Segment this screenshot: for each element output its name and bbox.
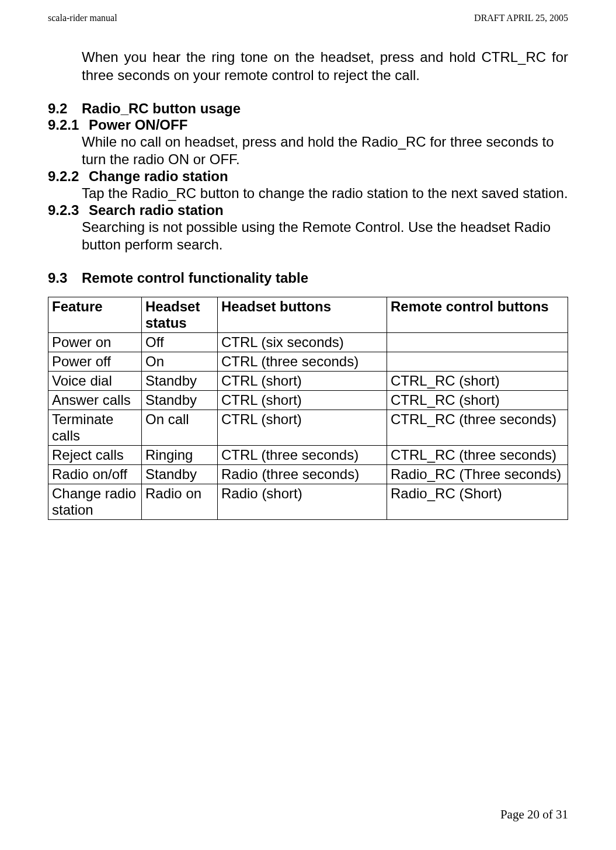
cell-hbtn: Radio (three seconds) — [218, 465, 387, 484]
cell-status: Standby — [142, 465, 218, 484]
section-9-2-2-heading: 9.2.2 Change radio station — [48, 168, 568, 185]
cell-rbtn: CTRL_RC (three seconds) — [387, 410, 568, 446]
section-9-2-3-body: Searching is not possible using the Remo… — [48, 218, 568, 254]
cell-rbtn: Radio_RC (Three seconds) — [387, 465, 568, 484]
section-9-2-1-body: While no call on headset, press and hold… — [48, 133, 568, 168]
section-title: Change radio station — [89, 168, 568, 185]
cell-rbtn — [387, 333, 568, 352]
table-row: Voice dial Standby CTRL (short) CTRL_RC … — [48, 372, 568, 391]
table-row: Terminate calls On call CTRL (short) CTR… — [48, 410, 568, 446]
page-footer: Page 20 of 31 — [500, 807, 568, 822]
table-row: Reject calls Ringing CTRL (three seconds… — [48, 446, 568, 465]
table-row: Change radio station Radio on Radio (sho… — [48, 484, 568, 520]
cell-feature: Answer calls — [48, 391, 142, 410]
table-row: Power off On CTRL (three seconds) — [48, 352, 568, 372]
cell-hbtn: CTRL (six seconds) — [218, 333, 387, 352]
cell-status: Ringing — [142, 446, 218, 465]
content-area: When you hear the ring tone on the heads… — [48, 48, 568, 520]
th-rbtn: Remote control buttons — [387, 297, 568, 333]
cell-rbtn: Radio_RC (Short) — [387, 484, 568, 520]
cell-feature: Power off — [48, 352, 142, 372]
section-9-3-heading: 9.3 Remote control functionality table — [48, 270, 568, 286]
cell-status: Standby — [142, 372, 218, 391]
cell-hbtn: CTRL (short) — [218, 391, 387, 410]
section-number: 9.2.1 — [48, 117, 89, 133]
cell-status: Standby — [142, 391, 218, 410]
cell-hbtn: CTRL (three seconds) — [218, 352, 387, 372]
cell-feature: Voice dial — [48, 372, 142, 391]
cell-hbtn: CTRL (short) — [218, 372, 387, 391]
cell-hbtn: Radio (short) — [218, 484, 387, 520]
table-header-row: Feature Headset status Headset buttons R… — [48, 297, 568, 333]
th-hbtn: Headset buttons — [218, 297, 387, 333]
table-row: Power on Off CTRL (six seconds) — [48, 333, 568, 352]
cell-feature: Terminate calls — [48, 410, 142, 446]
cell-hbtn: CTRL (short) — [218, 410, 387, 446]
table-row: Answer calls Standby CTRL (short) CTRL_R… — [48, 391, 568, 410]
section-title: Remote control functionality table — [82, 270, 568, 286]
page: scala-rider manual DRAFT APRIL 25, 2005 … — [0, 0, 616, 850]
cell-feature: Reject calls — [48, 446, 142, 465]
cell-feature: Change radio station — [48, 484, 142, 520]
cell-status: Off — [142, 333, 218, 352]
cell-feature: Power on — [48, 333, 142, 352]
cell-rbtn — [387, 352, 568, 372]
th-feature: Feature — [48, 297, 142, 333]
section-number: 9.2 — [48, 100, 82, 117]
cell-status: On call — [142, 410, 218, 446]
cell-status: Radio on — [142, 484, 218, 520]
functionality-table: Feature Headset status Headset buttons R… — [48, 297, 568, 520]
cell-status: On — [142, 352, 218, 372]
cell-rbtn: CTRL_RC (short) — [387, 372, 568, 391]
section-title: Radio_RC button usage — [82, 100, 568, 117]
header-right: DRAFT APRIL 25, 2005 — [474, 13, 568, 23]
cell-feature: Radio on/off — [48, 465, 142, 484]
section-number: 9.2.3 — [48, 202, 89, 218]
section-number: 9.2.2 — [48, 168, 89, 185]
section-9-2-3-heading: 9.2.3 Search radio station — [48, 202, 568, 218]
th-status: Headset status — [142, 297, 218, 333]
cell-hbtn: CTRL (three seconds) — [218, 446, 387, 465]
table-row: Radio on/off Standby Radio (three second… — [48, 465, 568, 484]
header-left: scala-rider manual — [48, 13, 117, 23]
section-9-2-heading: 9.2 Radio_RC button usage — [48, 100, 568, 117]
cell-rbtn: CTRL_RC (short) — [387, 391, 568, 410]
intro-paragraph: When you hear the ring tone on the heads… — [48, 48, 568, 84]
section-title: Search radio station — [89, 202, 568, 218]
cell-rbtn: CTRL_RC (three seconds) — [387, 446, 568, 465]
section-title: Power ON/OFF — [89, 117, 568, 133]
section-9-2-1-heading: 9.2.1 Power ON/OFF — [48, 117, 568, 133]
section-number: 9.3 — [48, 270, 82, 286]
section-9-2-2-body: Tap the Radio_RC button to change the ra… — [48, 185, 568, 202]
